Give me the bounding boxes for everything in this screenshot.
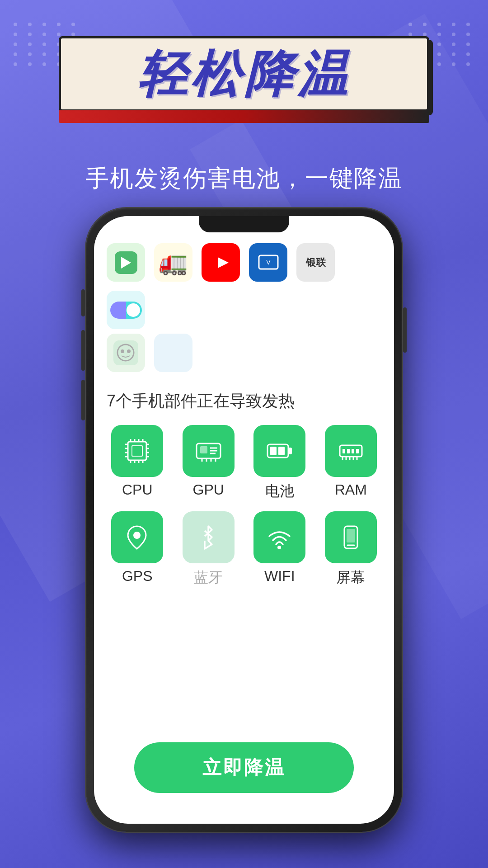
bluetooth-icon-box	[183, 511, 235, 563]
app-icon-5: 银联	[296, 243, 335, 282]
svg-text:V: V	[266, 259, 271, 266]
component-bluetooth: 蓝牙	[178, 511, 239, 588]
battery-icon-box	[253, 425, 305, 477]
app-icon-2: 🚛	[154, 243, 192, 282]
subtitle: 手机发烫伤害电池，一键降温	[41, 163, 447, 194]
banner-bar	[59, 110, 429, 123]
ram-label: RAM	[335, 481, 367, 498]
phone-notch	[199, 216, 289, 232]
component-battery: 电池	[249, 425, 310, 501]
gpu-icon-box	[183, 425, 235, 477]
cpu-label: CPU	[122, 481, 153, 498]
cpu-icon-box	[111, 425, 163, 477]
app-icon-1	[107, 243, 145, 282]
app-icon-4: V	[249, 243, 287, 282]
component-grid: CPU	[107, 425, 381, 597]
ram-icon-box	[325, 425, 377, 477]
svg-point-8	[127, 349, 131, 353]
gps-label: GPS	[122, 568, 153, 585]
component-gps: GPS	[107, 511, 168, 588]
volume-down-button	[81, 380, 85, 420]
svg-rect-40	[278, 447, 285, 455]
banner-box: 轻松降温	[59, 36, 429, 112]
svg-rect-43	[347, 449, 350, 453]
action-button[interactable]: 立即降温	[134, 742, 354, 793]
app-icon-3	[202, 243, 240, 282]
component-screen: 屏幕	[320, 511, 382, 588]
svg-rect-55	[347, 529, 355, 542]
app-icon-8	[154, 334, 192, 372]
svg-marker-2	[218, 257, 229, 268]
power-button	[403, 307, 407, 353]
banner-title: 轻松降温	[137, 46, 351, 102]
component-wifi: WIFI	[249, 511, 310, 588]
gps-icon-box	[111, 511, 163, 563]
spacer	[107, 597, 381, 742]
phone-screen: 🚛 V 银联	[94, 216, 394, 824]
component-cpu: CPU	[107, 425, 168, 501]
volume-up-button	[81, 330, 85, 371]
title-banner: 轻松降温	[59, 36, 429, 123]
svg-rect-38	[288, 448, 292, 454]
app-icon-6	[107, 291, 145, 329]
svg-point-52	[277, 546, 281, 549]
phone-shell: 🚛 V 银联	[86, 208, 402, 832]
svg-rect-11	[132, 446, 142, 456]
apps-row-2	[107, 334, 381, 381]
component-ram: RAM	[320, 425, 382, 501]
bluetooth-label: 蓝牙	[194, 568, 223, 588]
svg-rect-45	[356, 449, 359, 453]
battery-label: 电池	[265, 481, 294, 501]
app-icon-7	[107, 334, 145, 372]
svg-rect-42	[343, 449, 345, 453]
svg-rect-39	[270, 447, 277, 455]
screen-label: 屏幕	[336, 568, 365, 588]
component-gpu: GPU	[178, 425, 239, 501]
heating-warning-text: 7个手机部件正在导致发热	[107, 381, 381, 425]
gpu-label: GPU	[193, 481, 224, 498]
mute-button	[81, 289, 85, 316]
wifi-icon-box	[253, 511, 305, 563]
svg-point-51	[133, 532, 141, 539]
screen-icon-box	[325, 511, 377, 563]
svg-rect-44	[352, 449, 354, 453]
apps-row: 🚛 V 银联	[107, 239, 381, 338]
phone-wrapper: 🚛 V 银联	[86, 208, 402, 832]
wifi-label: WIFI	[264, 568, 295, 585]
svg-point-7	[121, 349, 124, 353]
svg-rect-29	[200, 446, 207, 453]
screen-content: 🚛 V 银联	[94, 216, 394, 824]
